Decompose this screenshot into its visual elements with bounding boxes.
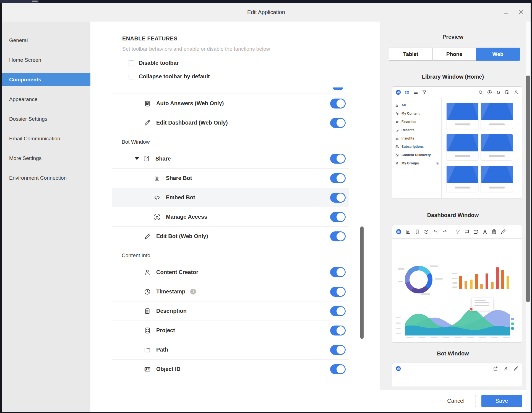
feature-toggle-on[interactable] <box>330 173 346 183</box>
save-button[interactable]: Save <box>481 395 522 407</box>
window-scrollbar-thumb[interactable] <box>526 76 530 302</box>
feature-label: Description <box>156 308 187 314</box>
feature-row-content-creator[interactable]: Content Creator <box>112 262 349 282</box>
sidebar-item-general[interactable]: General <box>2 34 90 47</box>
chart-label-dash <box>398 281 403 282</box>
checkbox-label: Collapse toolbar by default <box>139 73 210 80</box>
feature-row-embed-bot[interactable]: Embed Bot <box>112 188 349 207</box>
embed-code-icon <box>153 194 161 201</box>
feature-toggle-on[interactable] <box>330 364 346 374</box>
sidebar-item-more-settings[interactable]: More Settings <box>2 152 90 165</box>
library-sidebar-label: My Content <box>401 112 419 115</box>
checkbox-unchecked[interactable] <box>129 60 134 66</box>
feature-group-label: Bot Window <box>112 132 349 149</box>
feature-row-share-bot[interactable]: Share Bot <box>112 168 349 188</box>
sidebar-item-dossier-settings[interactable]: Dossier Settings <box>2 112 90 125</box>
feature-toggle-on[interactable] <box>330 306 346 316</box>
library-content-tile <box>447 134 478 160</box>
chart-label-dash <box>435 278 443 280</box>
feature-row-edit-dashboard-web-only[interactable]: Edit Dashboard (Web Only) <box>112 113 349 132</box>
content-scrollbar-thumb[interactable] <box>360 226 364 339</box>
device-tab-web[interactable]: Web <box>476 48 520 61</box>
dashboard-preview-body <box>392 239 522 343</box>
library-sidebar-label: Recents <box>401 128 414 132</box>
section-subheading: Set toolbar behaviors and enable or disa… <box>122 46 270 52</box>
feature-label: Object ID <box>156 366 181 372</box>
feature-toggle-on[interactable] <box>330 287 346 297</box>
cancel-button[interactable]: Cancel <box>436 395 476 407</box>
feature-label: Manage Access <box>166 214 207 220</box>
library-preview-card: AllMy ContentFavoritesRecentsInsightsSub… <box>392 86 522 199</box>
feature-toggle-on[interactable] <box>330 345 346 355</box>
feature-toggle-on[interactable] <box>330 267 346 277</box>
legend-swatch-front-wave <box>511 327 514 330</box>
feature-row-share[interactable]: Share <box>112 149 349 168</box>
checkbox-unchecked[interactable] <box>129 74 134 79</box>
logo-icon <box>395 366 401 371</box>
minimize-icon <box>503 9 509 15</box>
toolbar-checkbox-group: Disable toolbarCollapse toolbar by defau… <box>129 56 210 83</box>
close-button[interactable] <box>517 9 525 16</box>
feature-row-description[interactable]: Description <box>112 301 349 321</box>
feature-row-path[interactable]: Path <box>112 340 349 359</box>
feature-toggle-on[interactable] <box>330 118 346 128</box>
feature-label: Content Creator <box>156 269 198 275</box>
edit-icon <box>144 233 151 240</box>
feature-toggle-on[interactable] <box>330 231 346 241</box>
feature-label: Edit Dashboard (Web Only) <box>156 120 228 126</box>
edit-icon <box>500 229 506 234</box>
feature-toggle-on[interactable] <box>330 154 346 164</box>
checkbox-row-collapse-toolbar-by-default[interactable]: Collapse toolbar by default <box>129 70 210 83</box>
list-view-icon <box>413 90 418 95</box>
project-icon <box>144 327 151 334</box>
library-content-tile <box>481 166 513 192</box>
library-sidebar-item-my-content: My Content <box>392 109 441 118</box>
chart-label-dash <box>421 293 430 295</box>
checkbox-row-disable-toolbar[interactable]: Disable toolbar <box>129 56 210 70</box>
device-tab-phone[interactable]: Phone <box>433 48 476 61</box>
collapse-caret-icon[interactable] <box>135 157 139 160</box>
insights-icon <box>395 136 399 140</box>
person-icon <box>144 269 151 276</box>
library-content-tile <box>481 134 513 160</box>
feature-row-object-id[interactable]: Object ID <box>112 359 349 379</box>
device-tab-group: TabletPhoneWeb <box>389 48 520 61</box>
minimize-button[interactable] <box>502 9 510 16</box>
feature-row-timestamp[interactable]: Timestampi <box>112 282 349 301</box>
sidebar-item-components[interactable]: Components <box>2 73 90 86</box>
share-icon <box>473 229 479 234</box>
feature-toggle-on[interactable] <box>330 99 346 109</box>
account-icon <box>503 366 508 371</box>
dashboard-window-title: Dashboard Window <box>380 212 526 218</box>
dialog-titlebar: Edit Application <box>2 3 531 22</box>
bar-axis-dash <box>452 282 457 284</box>
feature-row-edit-bot-web-only[interactable]: Edit Bot (Web Only) <box>112 226 349 246</box>
sidebar-item-label: Components <box>9 77 41 83</box>
logo-icon <box>395 89 401 95</box>
feature-toggle-on[interactable] <box>330 212 346 222</box>
logo-icon <box>396 229 402 235</box>
sidebar-item-appearance[interactable]: Appearance <box>2 93 90 106</box>
feature-row-manage-access[interactable]: Manage Access <box>112 207 349 226</box>
feature-row-project[interactable]: Project <box>112 321 349 340</box>
checkbox-label: Disable toolbar <box>139 60 179 66</box>
library-sidebar-label: All <box>401 103 406 107</box>
feature-label: Project <box>156 327 175 334</box>
sidebar-item-environment-connection[interactable]: Environment Connection <box>2 171 90 184</box>
sidebar-item-label: Home Screen <box>9 57 41 63</box>
feature-row-auto-answers-web-only[interactable]: Auto Answers (Web Only) <box>112 94 349 113</box>
info-icon[interactable]: i <box>190 289 196 295</box>
partially-scrolled-toggle[interactable] <box>333 87 343 90</box>
close-icon <box>518 9 524 16</box>
feature-toggle-on[interactable] <box>330 193 346 203</box>
sidebar-item-home-screen[interactable]: Home Screen <box>2 53 90 66</box>
library-preview-sidebar: AllMy ContentFavoritesRecentsInsightsSub… <box>392 98 442 199</box>
device-tab-tablet[interactable]: Tablet <box>389 48 433 61</box>
feature-toggle-on[interactable] <box>330 326 346 335</box>
window-scrollbar[interactable] <box>526 22 531 412</box>
description-icon <box>144 308 151 315</box>
dashboard-preview-toolbar <box>392 225 522 239</box>
bookmark-icon <box>414 229 420 234</box>
bar-axis-dash <box>452 273 457 274</box>
sidebar-item-email-communication[interactable]: Email Communication <box>2 132 90 145</box>
